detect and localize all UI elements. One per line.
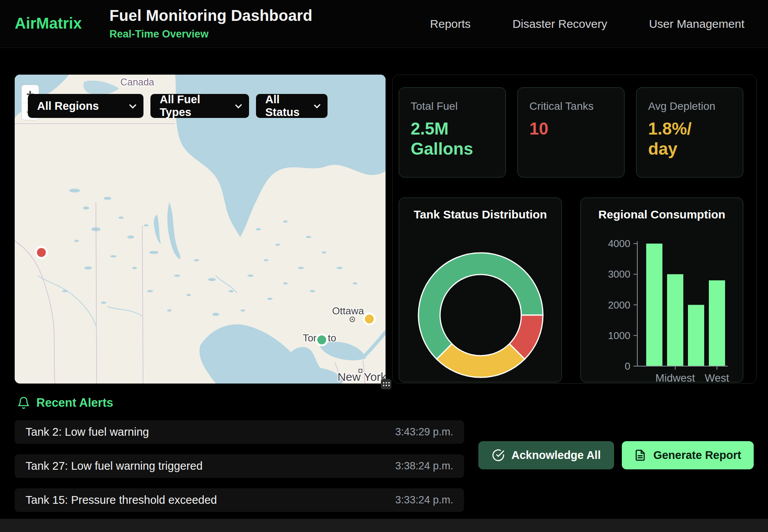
status-filter-dropdown[interactable]: All Status xyxy=(256,94,328,118)
charts-row: Tank Status Distribution Regional Consum… xyxy=(399,198,743,382)
main-nav: Reports Disaster Recovery User Managemen… xyxy=(430,0,744,48)
fuel-type-filter-dropdown[interactable]: All Fuel Types xyxy=(150,94,249,118)
bottom-bar xyxy=(0,519,768,532)
basemap: Canada Ottawa Toronto New York xyxy=(15,75,386,384)
app-logo: AirMatrix xyxy=(15,15,82,32)
chevron-down-icon xyxy=(314,102,321,108)
map-filters: All Regions All Fuel Types All Status xyxy=(28,94,328,118)
bar-0 xyxy=(646,244,662,366)
x-tick-label: Midwest xyxy=(655,372,695,382)
acknowledge-all-label: Acknowledge All xyxy=(512,449,601,462)
acknowledge-all-button[interactable]: Acknowledge All xyxy=(478,441,614,469)
stats-row: Total Fuel 2.5M Gallons Critical Tanks 1… xyxy=(399,87,743,177)
bar-1 xyxy=(667,274,683,366)
map[interactable]: Canada Ottawa Toronto New York + − All R… xyxy=(15,75,386,384)
donut-segment-warning xyxy=(437,344,525,377)
page-subtitle: Real-Time Overview xyxy=(109,28,312,40)
alert-row: Tank 27: Low fuel warning triggered 3:38… xyxy=(15,454,464,478)
status-filter-value: All Status xyxy=(265,93,305,119)
map-marker-warning[interactable] xyxy=(364,314,375,324)
stat-card-avg-depletion: Avg Depletion 1.8%/ day xyxy=(636,87,743,177)
header: AirMatrix Fuel Monitoring Dashboard Real… xyxy=(0,0,768,48)
y-tick-label: 2000 xyxy=(608,299,630,311)
generate-report-button[interactable]: Generate Report xyxy=(622,441,754,469)
alert-message: Tank 15: Pressure threshold exceeded xyxy=(26,494,217,506)
overview-panel: Total Fuel 2.5M Gallons Critical Tanks 1… xyxy=(392,75,757,384)
stat-label: Total Fuel xyxy=(411,100,494,113)
region-filter-value: All Regions xyxy=(37,100,99,113)
stat-value: 10 xyxy=(529,119,613,139)
alert-timestamp: 3:33:24 p.m. xyxy=(395,494,453,506)
y-tick-label: 0 xyxy=(625,360,630,372)
map-resize-handle[interactable] xyxy=(381,379,391,389)
alert-row: Tank 15: Pressure threshold exceeded 3:3… xyxy=(15,488,464,512)
bar-2 xyxy=(688,305,704,367)
tank-status-donut-chart xyxy=(399,198,562,382)
alert-message: Tank 27: Low fuel warning triggered xyxy=(26,460,203,472)
recent-alerts-header: Recent Alerts xyxy=(17,396,113,410)
tank-status-chart-card: Tank Status Distribution xyxy=(399,198,562,382)
regional-consumption-chart-card: Regional Consumption 01000200030004000Mi… xyxy=(580,198,743,382)
page-title: Fuel Monitoring Dashboard xyxy=(109,7,312,24)
stat-value: 2.5M Gallons xyxy=(411,119,494,159)
stat-label: Critical Tanks xyxy=(529,100,613,113)
recent-alerts-title: Recent Alerts xyxy=(36,396,113,410)
chevron-down-icon xyxy=(129,101,136,108)
bar-3 xyxy=(709,280,725,366)
stat-card-critical-tanks: Critical Tanks 10 xyxy=(517,87,625,177)
nav-item-user-management[interactable]: User Management xyxy=(649,17,744,31)
y-tick-label: 4000 xyxy=(608,238,630,249)
map-label-new-york: New York xyxy=(338,370,386,383)
bell-icon xyxy=(17,396,30,409)
stat-value: 1.8%/ day xyxy=(648,119,731,159)
check-circle-icon xyxy=(492,449,505,462)
generate-report-label: Generate Report xyxy=(653,449,741,462)
ottawa-city-dot-inner xyxy=(352,319,353,320)
x-tick-label: West xyxy=(705,372,729,382)
region-filter-dropdown[interactable]: All Regions xyxy=(28,94,143,118)
y-tick-label: 1000 xyxy=(608,330,630,341)
stat-label: Avg Depletion xyxy=(648,100,731,113)
alert-timestamp: 3:38:24 p.m. xyxy=(395,460,453,472)
alert-row: Tank 2: Low fuel warning 3:43:29 p.m. xyxy=(15,420,464,444)
map-marker-critical[interactable] xyxy=(36,247,47,258)
document-icon xyxy=(634,449,646,461)
map-marker-normal[interactable] xyxy=(316,334,327,345)
nav-item-disaster-recovery[interactable]: Disaster Recovery xyxy=(512,17,607,31)
fuel-type-filter-value: All Fuel Types xyxy=(160,93,227,119)
chevron-down-icon xyxy=(235,101,242,108)
map-label-canada: Canada xyxy=(120,77,154,87)
stat-card-total-fuel: Total Fuel 2.5M Gallons xyxy=(399,87,506,177)
regional-consumption-bar-chart: 01000200030004000MidwestWest xyxy=(581,198,743,382)
nav-item-reports[interactable]: Reports xyxy=(430,17,471,31)
map-label-ottawa: Ottawa xyxy=(332,305,364,317)
alert-timestamp: 3:43:29 p.m. xyxy=(395,426,453,438)
alert-message: Tank 2: Low fuel warning xyxy=(26,426,149,438)
y-tick-label: 3000 xyxy=(608,268,630,280)
title-block: Fuel Monitoring Dashboard Real-Time Over… xyxy=(109,7,312,40)
